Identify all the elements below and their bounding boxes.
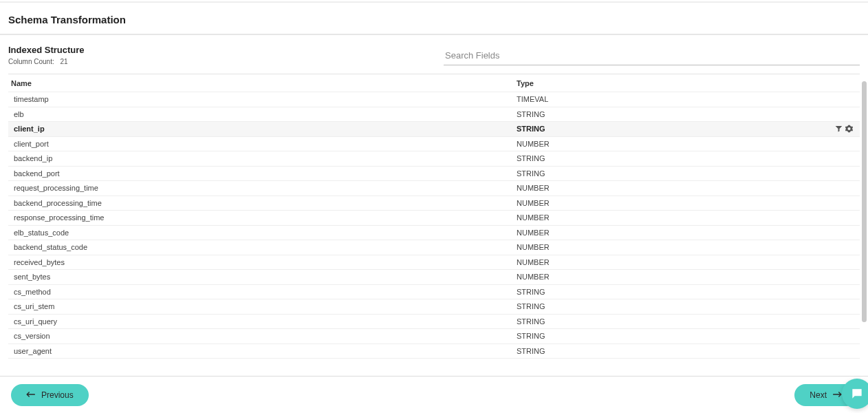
table-row[interactable]: timestampTIMEVAL xyxy=(8,92,860,107)
table-row[interactable]: cs_uri_querySTRING xyxy=(8,315,860,330)
chat-widget-button[interactable] xyxy=(842,379,868,409)
table-row[interactable]: backend_status_codeNUMBER xyxy=(8,240,860,255)
scrollbar[interactable] xyxy=(862,81,867,372)
cell-type: NUMBER xyxy=(514,229,860,237)
cell-name: elb_status_code xyxy=(8,229,514,237)
gear-icon[interactable] xyxy=(845,125,853,133)
cell-type: NUMBER xyxy=(514,140,860,148)
table-body: timestampTIMEVALelbSTRINGclient_ipSTRING… xyxy=(8,92,860,359)
cell-name: user_agent xyxy=(8,347,514,355)
cell-name: backend_ip xyxy=(8,154,514,162)
column-count-label: Column Count: xyxy=(8,58,54,65)
table-row[interactable]: cs_versionSTRING xyxy=(8,329,860,344)
cell-type: NUMBER xyxy=(514,273,860,281)
cell-name: sent_bytes xyxy=(8,273,514,281)
cell-name: backend_processing_time xyxy=(8,199,514,207)
cell-name: cs_version xyxy=(8,332,514,340)
table-row[interactable]: cs_uri_stemSTRING xyxy=(8,299,860,315)
cell-type: NUMBER xyxy=(514,199,860,207)
table-header-name: Name xyxy=(8,79,514,87)
table-row[interactable]: elb_status_codeNUMBER xyxy=(8,226,860,241)
row-actions xyxy=(835,125,853,133)
cell-type: STRING xyxy=(514,154,860,162)
cell-name: timestamp xyxy=(8,95,514,103)
cell-type: STRING xyxy=(514,347,860,355)
cell-type: STRING xyxy=(514,169,860,178)
table-header-type: Type xyxy=(514,79,860,87)
next-label: Next xyxy=(810,390,827,400)
table-row[interactable]: response_processing_timeNUMBER xyxy=(8,211,860,226)
cell-type: STRING xyxy=(514,125,860,133)
cell-name: cs_method xyxy=(8,288,514,296)
cell-type: STRING xyxy=(514,317,860,326)
cell-name: cs_uri_stem xyxy=(8,302,514,310)
cell-type: NUMBER xyxy=(514,213,860,222)
table-row[interactable]: client_portNUMBER xyxy=(8,137,860,152)
table-row[interactable]: backend_ipSTRING xyxy=(8,151,860,167)
table-row[interactable]: request_processing_timeNUMBER xyxy=(8,181,860,196)
cell-name: elb xyxy=(8,110,514,118)
cell-type: STRING xyxy=(514,288,860,296)
previous-label: Previous xyxy=(41,390,74,400)
cell-name: request_processing_time xyxy=(8,184,514,192)
table-row[interactable]: cs_methodSTRING xyxy=(8,285,860,300)
column-count: Column Count: 21 xyxy=(8,58,85,65)
fields-table: Name Type timestampTIMEVALelbSTRINGclien… xyxy=(8,74,860,359)
title-separator xyxy=(0,34,868,35)
cell-name: backend_port xyxy=(8,169,514,178)
table-row[interactable]: backend_processing_timeNUMBER xyxy=(8,196,860,211)
previous-button[interactable]: Previous xyxy=(11,384,89,406)
table-row[interactable]: received_bytesNUMBER xyxy=(8,255,860,271)
page-title: Schema Transformation xyxy=(0,3,868,34)
cell-type: NUMBER xyxy=(514,258,860,266)
table-header: Name Type xyxy=(8,74,860,92)
table-row[interactable]: user_agentSTRING xyxy=(8,344,860,359)
search-input[interactable] xyxy=(444,46,860,65)
cell-name: received_bytes xyxy=(8,258,514,266)
cell-name: response_processing_time xyxy=(8,213,514,222)
table-row[interactable]: sent_bytesNUMBER xyxy=(8,270,860,285)
cell-name: cs_uri_query xyxy=(8,317,514,326)
cell-name: client_port xyxy=(8,140,514,148)
cell-type: NUMBER xyxy=(514,184,860,192)
cell-name: client_ip xyxy=(8,125,514,133)
cell-type: STRING xyxy=(514,332,860,340)
arrow-left-icon xyxy=(26,390,36,400)
footer-bar: Previous Next xyxy=(0,376,868,413)
filter-icon[interactable] xyxy=(835,125,843,133)
scrollbar-thumb[interactable] xyxy=(862,81,867,322)
cell-name: backend_status_code xyxy=(8,243,514,251)
cell-type: STRING xyxy=(514,110,860,118)
column-count-value: 21 xyxy=(60,58,67,65)
section-subtitle: Indexed Structure xyxy=(8,45,85,55)
table-row[interactable]: backend_portSTRING xyxy=(8,167,860,182)
arrow-right-icon xyxy=(832,390,842,400)
header-row: Indexed Structure Column Count: 21 xyxy=(0,45,868,68)
cell-type: NUMBER xyxy=(514,243,860,251)
cell-type: STRING xyxy=(514,302,860,310)
table-row[interactable]: client_ipSTRING xyxy=(8,122,860,137)
table-row[interactable]: elbSTRING xyxy=(8,107,860,123)
cell-type: TIMEVAL xyxy=(514,95,860,103)
